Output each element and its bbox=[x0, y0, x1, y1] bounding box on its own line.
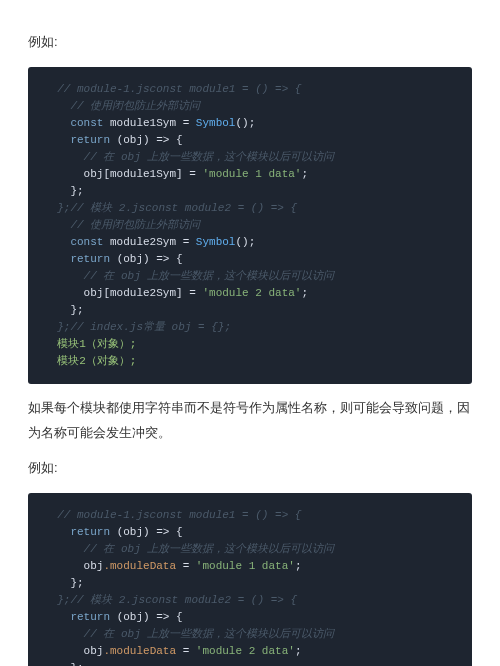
code-token: .moduleData bbox=[103, 560, 176, 572]
code-block-1: // module-1.jsconst module1 = () => { //… bbox=[28, 67, 472, 385]
code-line: // module-1.jsconst module1 = () => { bbox=[44, 509, 301, 521]
code-token: module2Sym = bbox=[110, 236, 196, 248]
code-token: return bbox=[44, 253, 117, 265]
code-token: (); bbox=[235, 236, 255, 248]
code-line: // 使用闭包防止外部访问 bbox=[44, 100, 200, 112]
code-token: .moduleData bbox=[103, 645, 176, 657]
code-token: return bbox=[44, 134, 117, 146]
code-line: // module-1.jsconst module1 = () => { bbox=[44, 83, 301, 95]
code-token: obj bbox=[44, 560, 103, 572]
code-token: 'module 1 data' bbox=[202, 168, 301, 180]
code-line: // 在 obj 上放一些数据，这个模块以后可以访问 bbox=[44, 628, 334, 640]
code-block-2: // module-1.jsconst module1 = () => { re… bbox=[28, 493, 472, 666]
code-line: }; bbox=[44, 185, 84, 197]
code-token: = bbox=[176, 645, 196, 657]
code-token: return bbox=[44, 526, 117, 538]
code-token: obj bbox=[44, 645, 103, 657]
code-token: ; bbox=[295, 645, 302, 657]
code-line: };// 模块 2.jsconst module2 = () => { bbox=[44, 202, 297, 214]
code-line: }; bbox=[44, 304, 84, 316]
code-line: // 使用闭包防止外部访问 bbox=[44, 219, 200, 231]
code-token: 'module 1 data' bbox=[196, 560, 295, 572]
code-token: const bbox=[44, 117, 110, 129]
code-line: };// 模块 2.jsconst module2 = () => { bbox=[44, 594, 297, 606]
code-line: // 在 obj 上放一些数据，这个模块以后可以访问 bbox=[44, 151, 334, 163]
intro-label: 例如: bbox=[28, 30, 472, 55]
code-token: 'module 2 data' bbox=[202, 287, 301, 299]
code-token: (obj) => { bbox=[117, 611, 183, 623]
code-token: const bbox=[44, 236, 110, 248]
code-token: module1Sym = bbox=[110, 117, 196, 129]
code-token: (); bbox=[235, 117, 255, 129]
code-token: Symbol bbox=[196, 117, 236, 129]
code-token: Symbol bbox=[196, 236, 236, 248]
code-token: obj[module1Sym] = bbox=[44, 168, 202, 180]
code-token: ; bbox=[301, 287, 308, 299]
code-token: ; bbox=[301, 168, 308, 180]
code-token: (obj) => { bbox=[117, 134, 183, 146]
code-line: 模块2（对象）; bbox=[44, 355, 136, 367]
code-line: // 在 obj 上放一些数据，这个模块以后可以访问 bbox=[44, 543, 334, 555]
code-line: 模块1（对象）; bbox=[44, 338, 136, 350]
explanation-paragraph: 如果每个模块都使用字符串而不是符号作为属性名称，则可能会导致问题，因为名称可能会… bbox=[28, 396, 472, 445]
code-token: return bbox=[44, 611, 117, 623]
example-label: 例如: bbox=[28, 456, 472, 481]
code-token: = bbox=[176, 560, 196, 572]
code-token: obj[module2Sym] = bbox=[44, 287, 202, 299]
code-token: (obj) => { bbox=[117, 526, 183, 538]
code-line: };// index.js常量 obj = {}; bbox=[44, 321, 231, 333]
code-token: 'module 2 data' bbox=[196, 645, 295, 657]
code-line: }; bbox=[44, 577, 84, 589]
code-line: }; bbox=[44, 662, 84, 666]
code-token: ; bbox=[295, 560, 302, 572]
code-line: // 在 obj 上放一些数据，这个模块以后可以访问 bbox=[44, 270, 334, 282]
code-token: (obj) => { bbox=[117, 253, 183, 265]
